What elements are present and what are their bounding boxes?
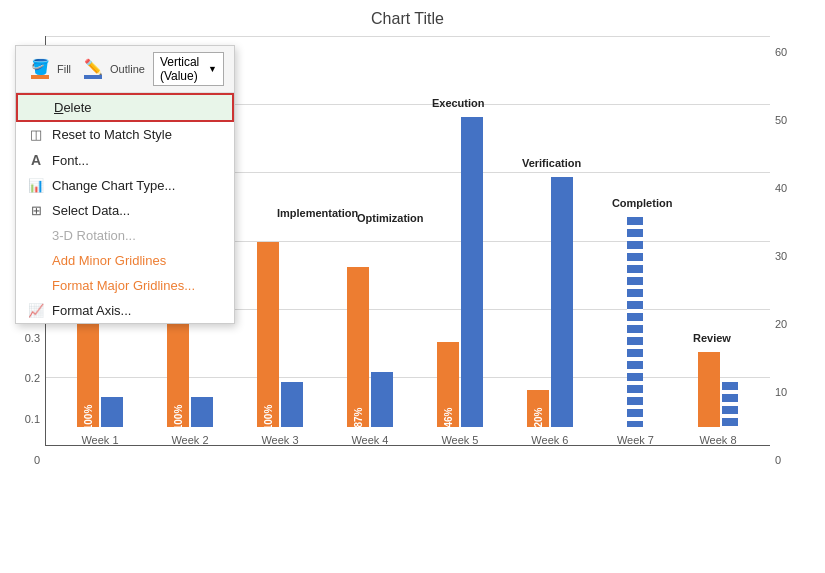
- 3d-rotation-label: 3-D Rotation...: [52, 228, 136, 243]
- select-data-icon: ⊞: [28, 203, 44, 218]
- bar-label-w2: 100%: [172, 405, 183, 431]
- bars-row: [698, 352, 738, 427]
- bar-label-w1: 100%: [82, 405, 93, 431]
- delete-label: Delete: [54, 100, 92, 115]
- format-axis-label: Format Axis...: [52, 303, 131, 318]
- format-major-gridlines-label: Format Major Gridlines...: [52, 278, 195, 293]
- week-label-3: Week 3: [261, 434, 298, 446]
- outline-button[interactable]: ✏️: [79, 55, 107, 83]
- outline-group: ✏️ Outline: [79, 55, 145, 83]
- bar-blue-w4[interactable]: [371, 372, 393, 427]
- bar-group-week3: Implementation 100% Week 3: [257, 242, 303, 446]
- bar-label-w6: 20%: [532, 407, 543, 427]
- outline-label: Outline: [110, 63, 145, 75]
- bar-label-w4: 87%: [352, 407, 363, 427]
- bar-label-w3: 100%: [262, 405, 273, 431]
- bar-blue-dashed-w8[interactable]: [722, 382, 738, 427]
- bars-row: [627, 217, 643, 427]
- bars-row: 46%: [437, 117, 483, 427]
- bar-orange-w3[interactable]: 100%: [257, 242, 279, 427]
- menu-item-change-chart-type[interactable]: 📊 Change Chart Type...: [16, 173, 234, 198]
- context-menu: 🪣 Fill ✏️ Outline Vertical (Value) ▼: [15, 45, 235, 324]
- week-label-2: Week 2: [171, 434, 208, 446]
- bar-orange-w8[interactable]: [698, 352, 720, 427]
- fill-label: Fill: [57, 63, 71, 75]
- bar-orange-w5[interactable]: 46%: [437, 342, 459, 427]
- bar-group-week5: Execution 46% Week 5: [437, 117, 483, 446]
- annotation-implementation: Implementation: [277, 207, 358, 219]
- bar-label-w5: 46%: [442, 407, 453, 427]
- bar-blue-w6[interactable]: [551, 177, 573, 427]
- format-axis-icon: 📈: [28, 303, 44, 318]
- week-label-4: Week 4: [351, 434, 388, 446]
- menu-item-delete[interactable]: Delete: [16, 93, 234, 122]
- bar-orange-w6[interactable]: 20%: [527, 390, 549, 427]
- chart-type-icon: 📊: [28, 178, 44, 193]
- week-label-7: Week 7: [617, 434, 654, 446]
- add-minor-gridlines-label: Add Minor Gridlines: [52, 253, 166, 268]
- menu-item-add-minor-gridlines[interactable]: Add Minor Gridlines: [16, 248, 234, 273]
- menu-item-reset[interactable]: ◫ Reset to Match Style: [16, 122, 234, 147]
- bars-row: 20%: [527, 177, 573, 427]
- bar-group-week6: Verification 20% Week 6: [527, 177, 573, 446]
- bar-group-week7: Completion Week 7: [617, 217, 654, 446]
- annotation-execution: Execution: [432, 97, 485, 109]
- week-label-8: Week 8: [699, 434, 736, 446]
- menu-item-font[interactable]: A Font...: [16, 147, 234, 173]
- select-data-label: Select Data...: [52, 203, 130, 218]
- font-icon: A: [28, 152, 44, 168]
- menu-item-select-data[interactable]: ⊞ Select Data...: [16, 198, 234, 223]
- week-label-5: Week 5: [441, 434, 478, 446]
- outline-color-bar: [84, 75, 102, 79]
- font-label: Font...: [52, 153, 89, 168]
- annotation-optimization: Optimization: [357, 212, 424, 224]
- chart-title: Chart Title: [10, 10, 805, 28]
- y-axis-right: 0 10 20 30 40 50 60: [770, 46, 805, 466]
- fill-outline-group: 🪣 Fill: [26, 55, 71, 83]
- dropdown-label: Vertical (Value): [160, 55, 204, 83]
- context-menu-toolbar: 🪣 Fill ✏️ Outline Vertical (Value) ▼: [16, 46, 234, 93]
- outline-icon: ✏️: [84, 59, 103, 79]
- bar-blue-w5[interactable]: [461, 117, 483, 427]
- fill-button[interactable]: 🪣: [26, 55, 54, 83]
- annotation-review: Review: [693, 332, 731, 344]
- bar-orange-w4[interactable]: 87%: [347, 267, 369, 427]
- bars-row: 100%: [257, 242, 303, 427]
- bars-row: 87%: [347, 267, 393, 427]
- fill-icon: 🪣: [31, 59, 50, 79]
- bar-blue-dashed-w7[interactable]: [627, 217, 643, 427]
- reset-icon: ◫: [28, 127, 44, 142]
- reset-label: Reset to Match Style: [52, 127, 172, 142]
- dropdown-arrow-icon: ▼: [208, 64, 217, 74]
- week-label-6: Week 6: [531, 434, 568, 446]
- week-label-1: Week 1: [81, 434, 118, 446]
- menu-item-format-major-gridlines[interactable]: Format Major Gridlines...: [16, 273, 234, 298]
- annotation-verification: Verification: [522, 157, 581, 169]
- chart-container: Chart Title 0 0.1 0.2 0.3 0.4 0.5 0.6 0.…: [0, 0, 825, 573]
- bar-blue-w3[interactable]: [281, 382, 303, 427]
- fill-color-bar: [31, 75, 49, 79]
- menu-item-format-axis[interactable]: 📈 Format Axis...: [16, 298, 234, 323]
- bar-group-week8: Review Week 8: [698, 352, 738, 446]
- bar-blue-w2[interactable]: [191, 397, 213, 427]
- bar-blue-w1[interactable]: [101, 397, 123, 427]
- annotation-completion: Completion: [612, 197, 673, 209]
- bar-group-week4: Optimization 87% Week 4: [347, 267, 393, 446]
- axis-dropdown[interactable]: Vertical (Value) ▼: [153, 52, 224, 86]
- menu-item-3d-rotation: 3-D Rotation...: [16, 223, 234, 248]
- change-chart-type-label: Change Chart Type...: [52, 178, 175, 193]
